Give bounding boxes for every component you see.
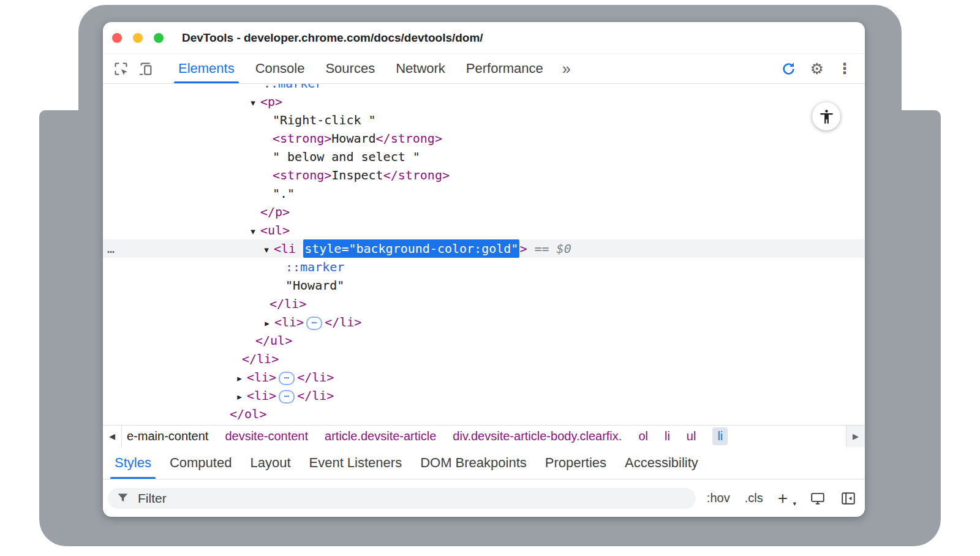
accessibility-floating-button[interactable] [812, 102, 840, 130]
dom-tree-row[interactable]: ▸<li>⋯</li> [103, 313, 865, 331]
dom-tree-row[interactable]: <strong>Howard</strong> [103, 129, 865, 148]
tag-token: <p> [260, 94, 282, 109]
selected-attribute-value[interactable]: style="background-color:gold" [303, 239, 519, 258]
styles-tab-dom-breakpoints[interactable]: DOM Breakpoints [411, 447, 536, 479]
tag-token: </ol> [230, 407, 266, 421]
breadcrumb-item-li[interactable]: li [712, 427, 728, 445]
rendering-emulation-icon[interactable] [810, 490, 826, 506]
breadcrumb-scroll-right-button[interactable]: ▶ [846, 426, 865, 447]
ellipsis-expand-button[interactable]: ⋯ [279, 372, 295, 385]
inspect-element-icon[interactable] [113, 61, 129, 77]
text-node-token: " below and select " [273, 149, 420, 164]
tag-token: </strong> [376, 131, 442, 146]
active-tab-underline [174, 81, 239, 83]
ellipsis-expand-button[interactable]: ⋯ [279, 390, 295, 404]
dom-tree-row[interactable]: </p> [103, 203, 865, 221]
sidebar-toggle-icon[interactable] [840, 490, 856, 506]
disclosure-expanded-icon[interactable]: ▾ [247, 94, 258, 112]
breadcrumb: e-main-contentdevsite-contentarticle.dev… [122, 426, 846, 447]
tab-label: Network [396, 61, 445, 77]
dom-tree-row[interactable]: ▸<li>⋯</li> [103, 386, 865, 405]
dollar-zero-reference: $0 [557, 241, 571, 256]
dom-tree-row[interactable]: ▾<ul> [103, 221, 865, 239]
dom-tree-row[interactable]: </ol> [103, 405, 865, 423]
new-style-rule-button[interactable]: + ▾ [778, 490, 795, 507]
toggle-hover-state-button[interactable]: :hov [707, 491, 730, 505]
dom-tree-row[interactable]: ::marker [103, 258, 865, 276]
filter-funnel-icon [116, 492, 129, 505]
tag-token: <strong> [273, 131, 331, 146]
disclosure-collapsed-icon[interactable]: ▸ [262, 314, 273, 332]
breadcrumb-item-devsite-content[interactable]: devsite-content [225, 429, 308, 443]
tab-elements[interactable]: Elements [168, 54, 245, 83]
breadcrumb-item-article-devsite-article[interactable]: article.devsite-article [325, 429, 436, 443]
breadcrumb-item-li[interactable]: li [665, 429, 670, 443]
dom-tree-row[interactable]: ▾<p> [103, 92, 865, 111]
minimize-window-button[interactable] [133, 33, 143, 43]
panel-tab-strip: ElementsConsoleSourcesNetworkPerformance [168, 54, 554, 83]
disclosure-collapsed-icon[interactable]: ▸ [234, 388, 245, 406]
accessibility-person-icon [818, 108, 835, 125]
breadcrumb-item-div-devsite-article-body-clearfix[interactable]: div.devsite-article-body.clearfix. [453, 429, 622, 443]
dom-tree-row[interactable]: " below and select " [103, 148, 865, 166]
styles-tab-accessibility[interactable]: Accessibility [616, 447, 707, 479]
styles-filter-field[interactable] [108, 488, 696, 509]
breadcrumb-item-ul[interactable]: ul [687, 429, 696, 443]
close-window-button[interactable] [112, 33, 122, 43]
dom-tree-row[interactable]: ▸<li>⋯</li> [103, 368, 865, 386]
tab-label: Performance [466, 61, 543, 77]
styles-tab-styles[interactable]: Styles [105, 447, 160, 479]
tab-network[interactable]: Network [385, 54, 456, 83]
toggle-class-button[interactable]: .cls [745, 491, 763, 505]
right-arrow-icon: ▶ [853, 432, 859, 441]
tag-token: <li> [247, 370, 276, 385]
tab-performance[interactable]: Performance [456, 54, 554, 83]
disclosure-expanded-icon[interactable]: ▾ [247, 222, 258, 241]
styles-tab-computed[interactable]: Computed [160, 447, 241, 479]
dom-tree-row[interactable]: </li> [103, 295, 865, 313]
settings-gear-icon[interactable]: ⚙ [810, 60, 824, 78]
tab-console[interactable]: Console [245, 54, 315, 83]
kebab-menu-icon[interactable]: ⋮ [837, 60, 852, 77]
dom-tree-row[interactable]: </li> [103, 350, 865, 368]
dom-tree-row[interactable]: "." [103, 184, 865, 203]
breadcrumb-item-ol[interactable]: ol [638, 429, 648, 443]
dom-tree-row[interactable]: </ul> [103, 331, 865, 350]
styles-tab-label: Event Listeners [309, 455, 402, 471]
styles-filter-bar: :hov .cls + ▾ [103, 479, 865, 517]
equals-sign: == [534, 241, 549, 256]
styles-tab-event-listeners[interactable]: Event Listeners [300, 447, 412, 479]
dom-tree-row[interactable]: "Howard" [103, 276, 865, 295]
more-panels-chevron-icon[interactable]: » [559, 60, 575, 78]
filter-input[interactable] [137, 490, 687, 506]
tab-sources[interactable]: Sources [315, 54, 385, 83]
dom-tree-row[interactable]: …▾<li style="background-color:gold"> == … [103, 239, 865, 258]
ellipsis-expand-button[interactable]: ⋯ [306, 317, 322, 330]
styles-tab-properties[interactable]: Properties [536, 447, 616, 479]
styles-tab-label: Accessibility [625, 455, 698, 471]
styles-tab-label: Properties [545, 455, 606, 471]
tab-label: Elements [178, 61, 235, 77]
whitespace [527, 241, 534, 256]
tag-token: <strong> [273, 168, 331, 182]
breadcrumb-scroll-left-button[interactable]: ◀ [103, 426, 122, 447]
dom-tree-row[interactable]: "Right-click " [103, 111, 865, 129]
tag-token: </strong> [383, 168, 450, 182]
tag-token: </ul> [255, 333, 292, 348]
tag-token: </li> [297, 370, 334, 385]
device-toolbar-icon[interactable] [138, 61, 154, 77]
toolbar-right-icons: ⚙ ⋮ [774, 60, 859, 78]
disclosure-expanded-icon[interactable]: ▾ [261, 241, 272, 259]
breadcrumb-bar: ◀ e-main-contentdevsite-contentarticle.d… [103, 425, 865, 447]
dom-tree-row[interactable]: <strong>Inspect</strong> [103, 166, 865, 184]
tab-label: Console [255, 61, 305, 77]
tag-token: <li> [274, 315, 304, 329]
maximize-window-button[interactable] [154, 33, 164, 43]
devtools-toolbar: ElementsConsoleSourcesNetworkPerformance… [103, 54, 865, 84]
sync-icon[interactable] [780, 61, 797, 77]
text-node-token: "Howard" [285, 278, 344, 293]
styles-tab-layout[interactable]: Layout [241, 447, 300, 479]
disclosure-collapsed-icon[interactable]: ▸ [234, 369, 245, 388]
breadcrumb-item-e-main-content[interactable]: e-main-content [127, 429, 208, 443]
dom-tree-row[interactable]: ::marker [103, 84, 865, 92]
